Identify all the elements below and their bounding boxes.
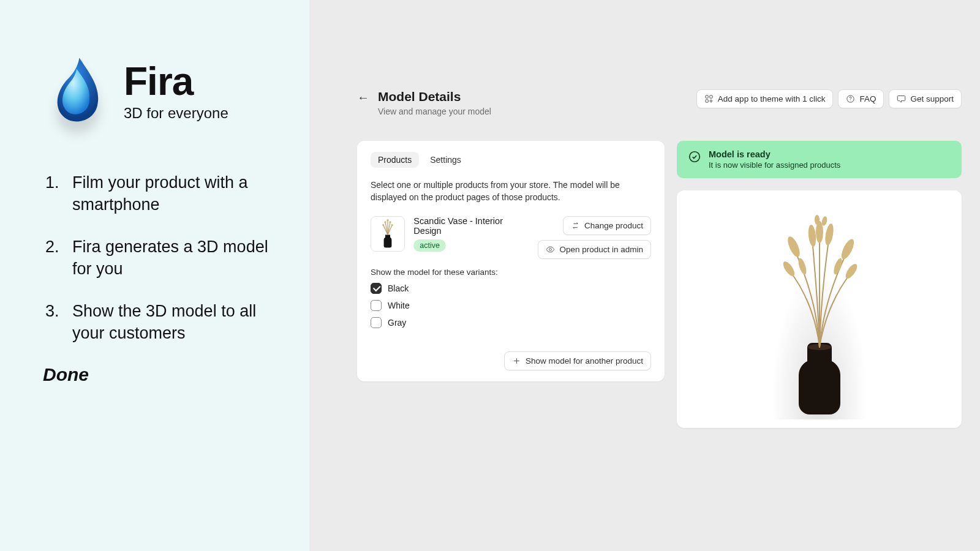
status-title: Model is ready	[709, 149, 840, 159]
product-name: Scandic Vase - Interior Design	[413, 216, 529, 236]
status-subtitle: It is now visible for assigned products	[709, 160, 840, 170]
variant-gray[interactable]: Gray	[371, 317, 651, 328]
faq-button[interactable]: FAQ	[838, 89, 884, 108]
help-text: Select one or multiple products from you…	[371, 179, 651, 204]
variant-label: Black	[388, 283, 409, 293]
change-product-label: Change product	[584, 221, 643, 230]
svg-point-18	[781, 260, 797, 278]
variant-label: White	[388, 301, 410, 310]
tab-settings[interactable]: Settings	[423, 152, 469, 168]
model-preview-card	[677, 190, 962, 428]
variant-black[interactable]: Black	[371, 283, 651, 294]
vase-preview-icon	[758, 211, 881, 419]
svg-point-13	[785, 235, 802, 259]
plus-icon	[512, 356, 521, 365]
vase-thumb-icon	[375, 219, 400, 249]
brand-text: Fira 3D for everyone	[124, 62, 228, 122]
check-circle-icon	[688, 150, 701, 163]
open-admin-button[interactable]: Open product in admin	[538, 240, 651, 259]
back-arrow-icon[interactable]: ←	[357, 91, 369, 105]
show-another-label: Show model for another product	[526, 356, 643, 365]
chat-icon	[897, 94, 906, 103]
steps-done: Done	[43, 364, 273, 385]
eye-icon	[546, 245, 555, 254]
page-subtitle: View and manage your model	[378, 107, 491, 116]
svg-point-10	[549, 248, 552, 250]
tabs: Products Settings	[371, 152, 651, 168]
svg-point-16	[823, 223, 834, 246]
variant-white[interactable]: White	[371, 300, 651, 311]
grid-plus-icon	[704, 94, 714, 103]
step-2: Fira generates a 3D model for you	[64, 236, 273, 280]
page-title: Model Details	[378, 89, 491, 104]
variant-label: Gray	[388, 318, 406, 328]
svg-point-21	[832, 257, 843, 276]
step-3: Show the 3D model to all your customers	[64, 300, 273, 345]
open-admin-label: Open product in admin	[559, 245, 643, 254]
fira-logo-icon	[49, 55, 104, 129]
status-banner: Model is ready It is now visible for ass…	[677, 141, 962, 178]
change-product-button[interactable]: Change product	[563, 216, 651, 235]
variants-label: Show the model for these variants:	[371, 268, 651, 277]
add-theme-button[interactable]: Add app to theme with 1 click	[696, 89, 834, 108]
support-button[interactable]: Get support	[889, 89, 962, 108]
steps-list: Film your product with a smartphone Fira…	[43, 171, 273, 345]
svg-rect-0	[706, 96, 708, 98]
svg-point-8	[382, 224, 384, 226]
svg-point-7	[390, 221, 391, 223]
checkbox-checked-icon	[371, 283, 382, 294]
faq-label: FAQ	[859, 94, 876, 103]
brand-panel: Fira 3D for everyone Film your product w…	[0, 0, 309, 551]
add-theme-label: Add app to theme with 1 click	[718, 94, 826, 103]
svg-point-5	[385, 221, 386, 223]
header-actions: Add app to theme with 1 click FAQ Get su…	[696, 89, 962, 108]
svg-point-17	[839, 238, 856, 261]
product-thumbnail	[371, 216, 405, 252]
swap-icon	[571, 221, 580, 230]
svg-point-14	[807, 224, 817, 247]
status-badge: active	[413, 239, 446, 252]
page-header: ← Model Details View and manage your mod…	[357, 89, 962, 116]
app-panel: ← Model Details View and manage your mod…	[309, 0, 980, 551]
svg-point-6	[387, 219, 389, 221]
svg-point-19	[843, 262, 859, 280]
svg-point-11	[690, 152, 700, 162]
step-1: Film your product with a smartphone	[64, 171, 273, 216]
svg-point-9	[391, 224, 393, 226]
svg-rect-2	[706, 100, 708, 102]
model-preview[interactable]	[745, 199, 894, 419]
brand-header: Fira 3D for everyone	[49, 55, 273, 129]
brand-name: Fira	[124, 62, 228, 101]
show-another-button[interactable]: Show model for another product	[504, 351, 651, 370]
help-circle-icon	[846, 94, 855, 103]
svg-point-22	[815, 215, 820, 225]
checkbox-icon	[371, 317, 382, 328]
product-row: Scandic Vase - Interior Design active Ch…	[371, 216, 651, 259]
brand-tagline: 3D for everyone	[124, 105, 228, 122]
variant-list: Black White Gray	[371, 283, 651, 328]
product-meta: Scandic Vase - Interior Design active	[413, 216, 529, 252]
tab-products[interactable]: Products	[371, 152, 419, 168]
products-card: Products Settings Select one or multiple…	[357, 141, 665, 381]
support-label: Get support	[910, 94, 954, 103]
checkbox-icon	[371, 300, 382, 311]
svg-point-4	[850, 100, 851, 101]
svg-rect-1	[710, 96, 712, 98]
